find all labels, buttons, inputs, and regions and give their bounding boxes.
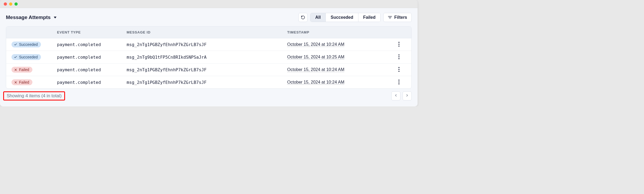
svg-point-6 <box>399 54 400 55</box>
cell-status: Succeeded <box>12 54 57 60</box>
svg-point-18 <box>399 83 400 84</box>
refresh-icon <box>301 15 305 20</box>
window-maximize-button[interactable] <box>14 2 18 6</box>
table-row: Failedpayment.completedmsg_2nTg1PGBZyfEh… <box>6 64 411 76</box>
chevron-left-icon <box>394 94 398 98</box>
header-actions: All Succeeded Failed Filters <box>298 13 412 22</box>
status-badge-label: Succeeded <box>19 42 38 47</box>
svg-point-4 <box>399 44 400 45</box>
row-menu-button[interactable] <box>389 42 400 47</box>
status-filter-segmented: All Succeeded Failed <box>310 13 381 22</box>
svg-point-3 <box>399 42 400 43</box>
x-icon <box>14 80 17 84</box>
col-header-menu <box>389 30 400 34</box>
cell-message-id: msg_2nTg1PGBZyfEhnhP7kZGrLB7sJF <box>127 42 287 47</box>
status-badge: Succeeded <box>12 54 41 60</box>
status-badge: Failed <box>12 67 32 73</box>
timestamp-text[interactable]: October 15, 2024 at 10:24 AM <box>287 42 344 47</box>
window-close-button[interactable] <box>4 2 7 6</box>
col-header-status <box>12 30 57 34</box>
cell-timestamp: October 15, 2024 at 10:25 AM <box>287 55 389 59</box>
svg-point-11 <box>399 67 400 68</box>
table-body: Succeededpayment.completedmsg_2nTg1PGBZy… <box>6 38 411 88</box>
refresh-button[interactable] <box>298 13 308 22</box>
cell-timestamp: October 15, 2024 at 10:24 AM <box>287 80 389 85</box>
attempts-table: Event Type Message ID Timestamp Succeede… <box>6 26 412 89</box>
next-page-button[interactable] <box>403 91 412 100</box>
table-header-row: Event Type Message ID Timestamp <box>6 27 411 38</box>
filters-button-label: Filters <box>394 15 407 20</box>
page-title-group[interactable]: Message Attempts <box>6 14 56 20</box>
pagination <box>391 91 412 100</box>
segment-failed[interactable]: Failed <box>358 13 380 22</box>
svg-point-8 <box>399 58 400 59</box>
table-row: Failedpayment.completedmsg_2nTg1PGBZyfEh… <box>6 76 411 88</box>
filter-icon <box>388 16 392 19</box>
page-header: Message Attempts All Succeeded Failed <box>6 13 412 22</box>
cell-status: Succeeded <box>12 42 57 47</box>
col-header-timestamp: Timestamp <box>287 30 389 34</box>
table-row: Succeededpayment.completedmsg_2nTg1PGBZy… <box>6 38 411 51</box>
chevron-right-icon <box>405 94 409 98</box>
svg-point-7 <box>399 56 400 57</box>
svg-point-16 <box>399 80 400 81</box>
status-badge: Succeeded <box>12 42 41 47</box>
cell-message-id: msg_2nTg1PGBZyfEhnhP7kZGrLB7sJF <box>127 80 287 85</box>
row-menu-button[interactable] <box>389 80 400 85</box>
cell-message-id: msg_2nTg9bQ1tFP5Cn8RIkdSNPSaJrA <box>127 55 287 60</box>
cell-message-id: msg_2nTg1PGBZyfEhnhP7kZGrLB7sJF <box>127 67 287 72</box>
cell-event-type: payment.completed <box>57 80 127 85</box>
kebab-icon <box>398 54 400 60</box>
cell-event-type: payment.completed <box>57 67 127 72</box>
svg-point-17 <box>399 81 400 83</box>
kebab-icon <box>398 67 400 73</box>
table-footer: Showing 4 items (4 in total) <box>6 91 412 100</box>
status-badge: Failed <box>12 79 32 85</box>
content-area: Message Attempts All Succeeded Failed <box>0 8 418 106</box>
timestamp-text[interactable]: October 15, 2024 at 10:24 AM <box>287 80 344 85</box>
col-header-event-type: Event Type <box>57 30 127 34</box>
results-summary: Showing 4 items (4 in total) <box>3 91 65 100</box>
cell-timestamp: October 15, 2024 at 10:24 AM <box>287 67 389 72</box>
status-badge-label: Failed <box>19 80 29 84</box>
svg-point-12 <box>399 69 400 70</box>
x-icon <box>14 68 17 72</box>
prev-page-button[interactable] <box>391 91 400 100</box>
segment-all[interactable]: All <box>310 13 326 22</box>
cell-status: Failed <box>12 79 57 85</box>
col-header-message-id: Message ID <box>127 30 287 34</box>
svg-point-13 <box>399 71 400 72</box>
status-badge-label: Succeeded <box>19 55 38 59</box>
kebab-icon <box>398 80 400 85</box>
table-row: Succeededpayment.completedmsg_2nTg9bQ1tF… <box>6 51 411 64</box>
cell-status: Failed <box>12 67 57 73</box>
timestamp-text[interactable]: October 15, 2024 at 10:24 AM <box>287 67 344 72</box>
timestamp-text[interactable]: October 15, 2024 at 10:25 AM <box>287 55 344 59</box>
check-icon <box>14 43 17 46</box>
window-title-bar <box>0 0 418 8</box>
filters-button[interactable]: Filters <box>383 13 412 22</box>
window-minimize-button[interactable] <box>9 2 12 6</box>
cell-timestamp: October 15, 2024 at 10:24 AM <box>287 42 389 47</box>
chevron-down-icon <box>54 17 56 18</box>
row-menu-button[interactable] <box>389 67 400 73</box>
cell-event-type: payment.completed <box>57 42 127 47</box>
app-window: Message Attempts All Succeeded Failed <box>0 0 418 106</box>
status-badge-label: Failed <box>19 68 29 72</box>
check-icon <box>14 55 17 59</box>
cell-event-type: payment.completed <box>57 55 127 60</box>
page-title: Message Attempts <box>6 14 51 20</box>
segment-succeeded[interactable]: Succeeded <box>326 13 358 22</box>
kebab-icon <box>398 42 400 48</box>
row-menu-button[interactable] <box>389 54 400 60</box>
svg-point-5 <box>399 46 400 47</box>
